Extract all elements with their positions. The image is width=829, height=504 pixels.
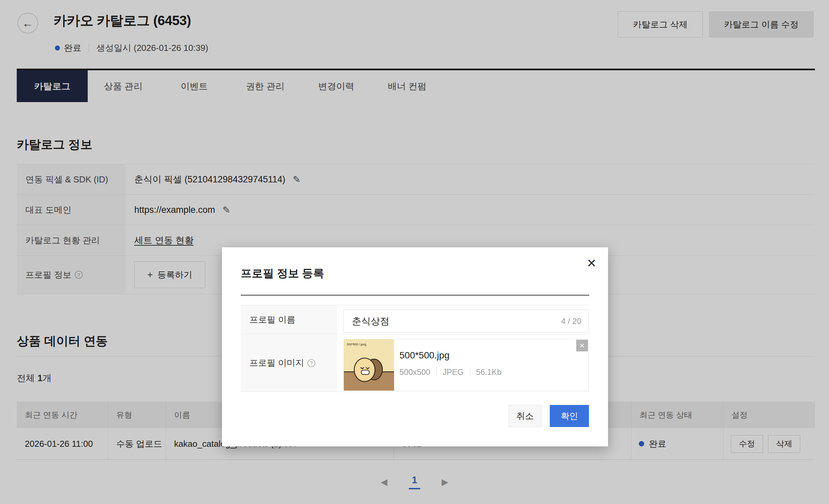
kakao-catalog-page: ← 카카오 카탈로그 (6453) 완료 생성일시 (2026-01-26 10… [0,0,829,504]
file-size: 56.1Kb [476,367,502,377]
remove-image-icon[interactable]: ✕ [576,340,588,351]
meta-separator [436,368,437,376]
profile-register-modal: ✕ 프로필 정보 등록 프로필 이름 4 / 20 프로필 이미지 ? [222,247,608,447]
profile-name-row: 프로필 이름 4 / 20 [241,305,589,334]
file-name: 500*500.jpg [399,350,502,361]
meta-separator [470,368,470,376]
file-format: JPEG [443,367,464,377]
help-icon[interactable]: ? [308,359,315,367]
thumbnail-caption: 500*500 / jpeg [347,343,366,346]
modal-footer: 취소 확인 [509,405,589,427]
modal-title-divider [241,295,589,296]
cancel-button[interactable]: 취소 [509,405,541,427]
modal-title: 프로필 정보 등록 [241,266,324,281]
profile-image-thumbnail: 500*500 / jpeg [344,339,394,391]
profile-image-label: 프로필 이미지 [249,357,304,369]
profile-image-row: 프로필 이미지 ? 500* [241,334,589,392]
profile-name-input[interactable] [344,310,588,333]
close-icon[interactable]: ✕ [585,255,599,271]
modal-form: 프로필 이름 4 / 20 프로필 이미지 ? [241,305,589,392]
confirm-button[interactable]: 확인 [550,405,589,427]
file-dimensions: 500x500 [399,367,430,377]
uploaded-image-card: 500*500 / jpeg 500*500.jpg 500x500 JPEG … [344,339,588,391]
file-info: 500*500.jpg 500x500 JPEG 56.1Kb [394,339,502,391]
profile-name-label: 프로필 이름 [241,305,337,334]
